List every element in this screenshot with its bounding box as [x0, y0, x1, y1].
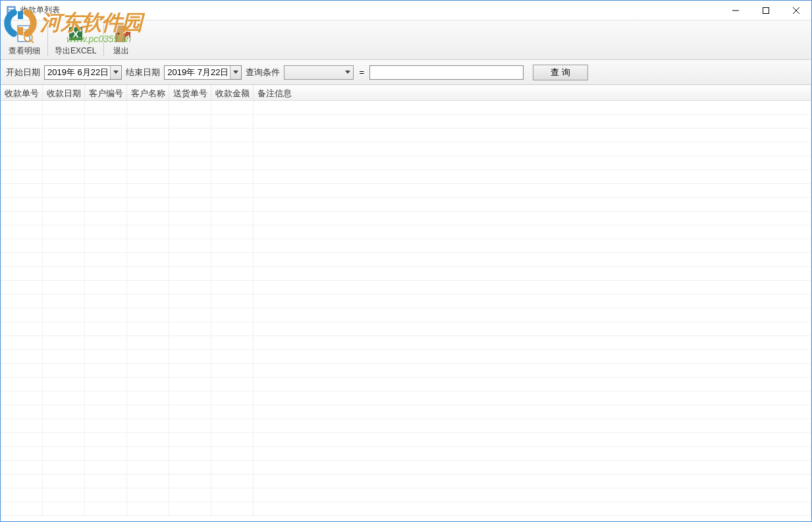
search-button[interactable]: 查询	[533, 65, 588, 80]
cell	[43, 488, 85, 502]
cell	[85, 267, 127, 280]
close-button[interactable]	[781, 1, 811, 20]
svg-rect-19	[79, 28, 81, 30]
toolbar-separator	[103, 24, 104, 56]
table-row[interactable]	[1, 198, 811, 212]
cell	[85, 308, 127, 322]
cell	[169, 295, 211, 308]
cell	[85, 419, 127, 432]
cell	[254, 281, 811, 294]
cell	[254, 378, 811, 391]
cell	[127, 350, 169, 363]
table-row[interactable]	[1, 101, 811, 115]
cell	[254, 350, 811, 363]
cell	[127, 364, 169, 377]
search-bar: 开始日期 2019年 6月22日 结束日期 2019年 7月22日 查询条件 =…	[1, 60, 811, 85]
cell	[254, 461, 811, 474]
table-row[interactable]	[1, 115, 811, 129]
cell	[127, 156, 169, 169]
table-row[interactable]	[1, 225, 811, 239]
table-row[interactable]	[1, 502, 811, 516]
table-row[interactable]	[1, 308, 811, 322]
minimize-button[interactable]	[720, 1, 751, 20]
start-date-picker[interactable]: 2019年 6月22日	[44, 65, 122, 80]
table-row[interactable]	[1, 295, 811, 308]
exit-button[interactable]: 退出	[105, 22, 138, 59]
cell	[1, 364, 43, 377]
table-row[interactable]	[1, 253, 811, 267]
column-header[interactable]: 备注信息	[254, 85, 811, 100]
table-row[interactable]	[1, 142, 811, 156]
table-row[interactable]	[1, 184, 811, 198]
table-row[interactable]	[1, 488, 811, 502]
export-excel-button[interactable]: X 导出EXCEL	[49, 22, 102, 59]
column-header[interactable]: 收款单号	[1, 85, 43, 100]
table-row[interactable]	[1, 419, 811, 433]
cell	[169, 502, 211, 515]
table-row[interactable]	[1, 461, 811, 475]
table-row[interactable]	[1, 322, 811, 336]
table-row[interactable]	[1, 378, 811, 392]
cell	[1, 212, 43, 225]
maximize-button[interactable]	[751, 1, 781, 20]
cell	[169, 447, 211, 460]
cell	[43, 447, 85, 460]
svg-line-15	[31, 40, 34, 43]
cell	[211, 198, 254, 211]
cell	[127, 198, 169, 211]
end-date-picker[interactable]: 2019年 7月22日	[164, 65, 242, 80]
cell	[43, 129, 85, 142]
table-row[interactable]	[1, 405, 811, 419]
table-row[interactable]	[1, 212, 811, 225]
exit-icon	[111, 23, 132, 44]
table-row[interactable]	[1, 447, 811, 461]
cell	[254, 433, 811, 446]
cell	[254, 129, 811, 142]
cell	[211, 239, 254, 252]
column-header[interactable]: 客户名称	[127, 85, 169, 100]
cell	[43, 336, 85, 349]
table-row[interactable]	[1, 281, 811, 295]
cell	[43, 115, 85, 128]
app-icon	[6, 5, 16, 16]
column-header[interactable]: 送货单号	[169, 85, 211, 100]
cell	[1, 447, 43, 460]
cell	[211, 405, 254, 419]
cell	[43, 184, 85, 197]
cell	[85, 392, 127, 405]
table-row[interactable]	[1, 336, 811, 350]
cell	[85, 378, 127, 391]
cell	[85, 475, 127, 488]
table-row[interactable]	[1, 156, 811, 170]
cell	[169, 405, 211, 419]
titlebar: 收款单列表	[1, 1, 811, 20]
cell	[1, 308, 43, 322]
column-header[interactable]: 客户编号	[85, 85, 127, 100]
condition-select[interactable]	[284, 65, 354, 80]
cell	[169, 461, 211, 474]
table-row[interactable]	[1, 392, 811, 405]
cell	[85, 350, 127, 363]
column-header[interactable]: 收款金额	[211, 85, 254, 100]
table-row[interactable]	[1, 239, 811, 253]
table-row[interactable]	[1, 170, 811, 184]
svg-rect-1	[9, 8, 14, 9]
table-row[interactable]	[1, 475, 811, 488]
view-detail-button[interactable]: 查看明细	[3, 22, 46, 59]
table-row[interactable]	[1, 433, 811, 447]
cell	[254, 392, 811, 405]
cell	[127, 392, 169, 405]
cell	[85, 156, 127, 169]
cell	[127, 129, 169, 142]
titlebar-left: 收款单列表	[6, 5, 60, 16]
table-row[interactable]	[1, 350, 811, 364]
cell	[169, 225, 211, 239]
table-row[interactable]	[1, 267, 811, 281]
cell	[85, 502, 127, 515]
data-grid[interactable]: 收款单号 收款日期 客户编号 客户名称 送货单号 收款金额 备注信息	[1, 85, 811, 521]
table-row[interactable]	[1, 364, 811, 378]
table-row[interactable]	[1, 129, 811, 142]
search-input[interactable]	[369, 65, 524, 80]
column-header[interactable]: 收款日期	[43, 85, 85, 100]
cell	[127, 101, 169, 114]
